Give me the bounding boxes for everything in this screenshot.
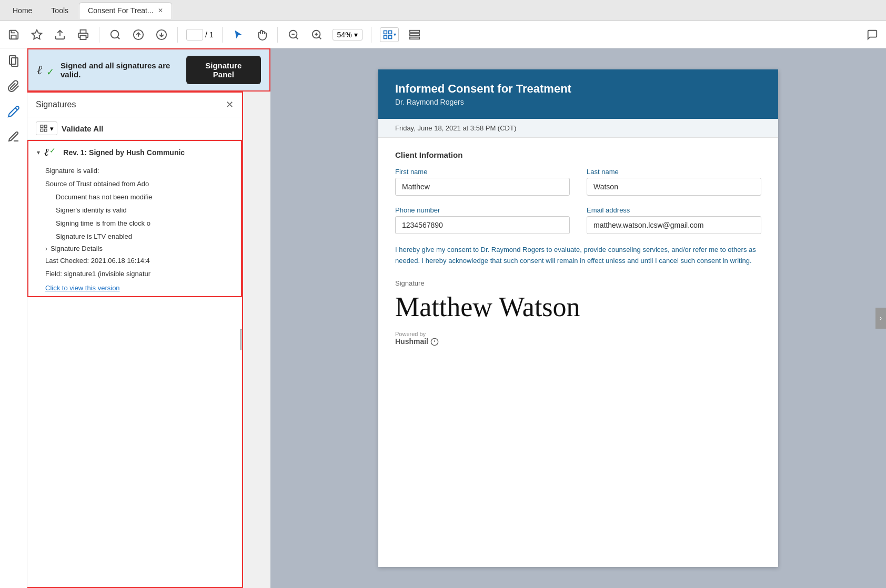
- validity-banner: ℓ ✓ Signed and all signatures are valid.…: [27, 48, 270, 92]
- svg-rect-24: [12, 58, 18, 66]
- document-date-bar: Friday, June 18, 2021 at 3:58 PM (CDT): [378, 119, 778, 138]
- svg-rect-20: [409, 30, 419, 32]
- sig-revision-title: Rev. 1: Signed by Hush Communic: [63, 148, 185, 157]
- sig-identity-item: Signer's identity is valid: [45, 205, 233, 215]
- svg-line-10: [296, 37, 298, 39]
- toolbar-separator-4: [277, 27, 278, 43]
- sig-green-check: ✓: [49, 146, 56, 155]
- signature-panel-button[interactable]: Signature Panel: [186, 56, 261, 84]
- svg-rect-16: [384, 31, 387, 34]
- panel-close-button[interactable]: ✕: [226, 99, 234, 110]
- zoom-in-icon[interactable]: [309, 27, 324, 42]
- document-title: Informed Consent for Treatment: [395, 82, 761, 96]
- sig-details-chevron-icon: ›: [45, 245, 47, 252]
- document-date: Friday, June 18, 2021 at 3:58 PM (CDT): [395, 124, 516, 132]
- page-number-input[interactable]: 1: [186, 29, 203, 40]
- svg-marker-0: [32, 29, 42, 38]
- document-subtitle: Dr. Raymond Rogers: [395, 98, 761, 106]
- document-page: Informed Consent for Treatment Dr. Raymo…: [378, 69, 778, 567]
- sidebar-pencil-icon[interactable]: [5, 128, 22, 145]
- cursor-tool-icon[interactable]: [231, 27, 246, 42]
- tab-home[interactable]: Home: [4, 2, 41, 19]
- sig-details-section[interactable]: › Signature Details: [45, 245, 233, 252]
- tab-consent-label: Consent For Treat...: [88, 6, 154, 15]
- first-name-value: Matthew: [395, 178, 570, 196]
- document-area: Informed Consent for Treatment Dr. Raymo…: [270, 48, 886, 588]
- scroll-up-icon[interactable]: [131, 27, 146, 42]
- sidebar-attachment-icon[interactable]: [5, 78, 22, 95]
- sig-details: Signature is valid: Source of Trust obta…: [28, 164, 241, 296]
- sig-field: Field: signature1 (invisible signatur: [45, 269, 233, 279]
- validate-dropdown-icon: ▾: [50, 125, 54, 133]
- toolbar: 1 / 1 54% ▾ ▾: [0, 21, 886, 48]
- sidebar-pages-icon[interactable]: [5, 53, 22, 69]
- first-name-label: First name: [395, 168, 570, 176]
- signatures-panel: Signatures ✕ ▾ Validate All ▾ ℓ ✓ Rev. 1…: [27, 92, 243, 588]
- toolbar-separator-1: [99, 27, 99, 43]
- tab-close-icon[interactable]: ✕: [158, 7, 163, 14]
- scroll-down-icon[interactable]: [154, 27, 169, 42]
- tab-tools[interactable]: Tools: [43, 2, 77, 19]
- browser-tabs: Home Tools Consent For Treat... ✕: [0, 0, 886, 21]
- bookmark-icon[interactable]: [29, 27, 44, 42]
- sig-clock-item: Signing time is from the clock o: [45, 218, 233, 228]
- signature-label: Signature: [395, 279, 761, 287]
- main-area: ℓ ✓ Signed and all signatures are valid.…: [0, 48, 886, 588]
- click-to-view-link[interactable]: Click to view this version: [45, 284, 233, 292]
- banner-check-icon: ✓: [46, 66, 54, 78]
- zoom-level-value: 54%: [337, 31, 352, 39]
- powered-by-text: Powered by Hushmail: [395, 331, 761, 346]
- signature-cursive-value: Matthew Watson: [395, 291, 761, 322]
- document-body: Client Information First name Matthew La…: [378, 138, 778, 359]
- sig-revision-header[interactable]: ▾ ℓ ✓ Rev. 1: Signed by Hush Communic: [28, 141, 241, 164]
- sig-last-checked: Last Checked: 2021.06.18 16:14:4: [45, 256, 233, 266]
- hushmail-brand: Hushmail: [395, 337, 428, 346]
- validate-icon-button[interactable]: ▾: [36, 121, 57, 135]
- sig-expand-chevron: ▾: [37, 149, 40, 156]
- svg-rect-17: [389, 31, 392, 34]
- sig-ltv-item: Signature is LTV enabled: [45, 231, 233, 241]
- validate-all-label: Validate All: [62, 124, 103, 133]
- svg-rect-19: [389, 35, 392, 38]
- print-icon[interactable]: [76, 27, 90, 42]
- client-info-section-title: Client Information: [395, 150, 761, 159]
- svg-rect-28: [44, 129, 47, 131]
- email-field: Email address matthew.watson.lcsw@gmail.…: [587, 206, 761, 234]
- svg-rect-22: [409, 37, 419, 39]
- sidebar-signature-icon[interactable]: [5, 103, 22, 120]
- scroll-mode-icon[interactable]: [407, 27, 422, 42]
- document-header: Informed Consent for Treatment Dr. Raymo…: [378, 69, 778, 119]
- svg-rect-18: [384, 35, 387, 38]
- toolbar-separator-5: [371, 27, 371, 43]
- svg-rect-27: [41, 129, 43, 131]
- sig-trust-item: Source of Trust obtained from Ado: [45, 179, 233, 189]
- comment-icon[interactable]: [865, 27, 880, 42]
- svg-point-3: [111, 30, 119, 38]
- zoom-out-icon[interactable]: [286, 27, 301, 42]
- toolbar-separator-3: [222, 27, 223, 43]
- hand-tool-icon[interactable]: [254, 27, 269, 42]
- upload-icon[interactable]: [53, 27, 67, 42]
- contact-form-row: Phone number 1234567890 Email address ma…: [395, 206, 761, 234]
- search-icon[interactable]: [108, 27, 123, 42]
- email-value: matthew.watson.lcsw@gmail.com: [587, 216, 761, 234]
- sig-not-modified-item: Document has not been modifie: [45, 192, 233, 202]
- zoom-level-display[interactable]: 54% ▾: [333, 29, 363, 40]
- svg-line-4: [117, 37, 119, 39]
- save-icon[interactable]: [6, 27, 21, 42]
- page-nav: 1 / 1: [186, 29, 214, 40]
- validate-bar: ▾ Validate All: [27, 117, 242, 140]
- fit-page-button[interactable]: ▾: [380, 27, 399, 42]
- hushmail-logo: Hushmail: [395, 337, 439, 346]
- phone-field: Phone number 1234567890: [395, 206, 570, 234]
- phone-value: 1234567890: [395, 216, 570, 234]
- banner-signature-icon: ℓ: [37, 63, 42, 77]
- zoom-dropdown-icon: ▾: [354, 31, 358, 39]
- icon-sidebar: [0, 48, 27, 588]
- toolbar-separator-2: [177, 27, 178, 43]
- scroll-right-arrow[interactable]: ›: [875, 308, 886, 329]
- tab-home-label: Home: [13, 6, 32, 15]
- email-label: Email address: [587, 206, 761, 214]
- tab-consent[interactable]: Consent For Treat... ✕: [79, 2, 172, 19]
- panel-collapse-button[interactable]: ‹: [240, 329, 243, 350]
